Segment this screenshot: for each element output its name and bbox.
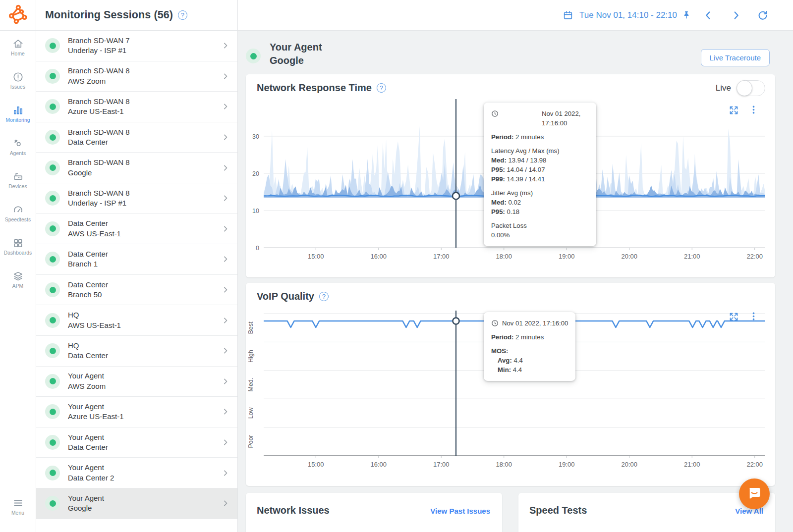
svg-text:Med.: Med. <box>247 378 254 392</box>
chevron-right-icon <box>221 498 230 508</box>
sidebar-item-menu[interactable]: Menu <box>0 495 36 517</box>
svg-text:18:00: 18:00 <box>496 253 512 260</box>
svg-text:22:00: 22:00 <box>746 253 763 260</box>
list-item[interactable]: Your AgentData Center 2 <box>36 458 237 488</box>
chevron-right-icon <box>221 163 230 173</box>
tooltip-row: P99: 14.39 / 14.41 <box>491 174 589 184</box>
tooltip-row: Avg: 4.4 <box>491 356 568 365</box>
speed-tests-title: Speed Tests <box>529 505 587 516</box>
sidebar-item-devices[interactable]: Devices <box>0 169 36 191</box>
date-range-toolbar: Tue Nov 01, 14:10 - 22:10 <box>238 0 793 31</box>
sidebar-item-agents[interactable]: Agents <box>0 136 36 158</box>
tooltip-row: P95: 14.04 / 14.07 <box>491 165 589 174</box>
refresh-icon[interactable] <box>757 10 768 21</box>
status-up-icon <box>45 313 60 328</box>
list-item[interactable]: Branch SD-WAN 8Data Center <box>36 122 237 153</box>
sidebar-item-monitoring[interactable]: Monitoring <box>0 103 36 124</box>
chat-launcher-button[interactable] <box>739 479 770 509</box>
list-item[interactable]: Branch SD-WAN 7Underlay - ISP #1 <box>36 31 237 61</box>
sidebar-item-speedtests[interactable]: Speedtests <box>0 202 36 224</box>
chevron-right-icon[interactable] <box>731 10 741 21</box>
calendar-icon[interactable] <box>563 10 573 21</box>
live-toggle[interactable] <box>736 80 765 96</box>
voip-card-title: VoIP Quality ? <box>257 291 329 302</box>
list-item[interactable]: HQData Center <box>36 336 237 367</box>
app-window: Monitoring Sessions (56) ? Tue Nov 01, 1… <box>0 0 793 532</box>
kebab-menu-icon[interactable] <box>748 311 759 321</box>
list-item[interactable]: Your AgentAWS Zoom <box>36 367 237 397</box>
list-item[interactable]: Your AgentGoogle <box>36 488 237 519</box>
expand-icon[interactable] <box>729 105 739 115</box>
expand-icon[interactable] <box>729 312 739 322</box>
sidebar-item-dashboards[interactable]: Dashboards <box>0 235 36 257</box>
clock-icon <box>491 109 538 117</box>
devices-icon <box>12 171 24 182</box>
list-item[interactable]: Data CenterAWS US-East-1 <box>36 214 237 245</box>
svg-text:19:00: 19:00 <box>559 461 575 468</box>
tooltip-row: Latency Avg / Max (ms) <box>491 146 589 156</box>
tooltip-row: Min: 4.4 <box>491 365 568 374</box>
list-item[interactable]: Data CenterBranch 1 <box>36 244 237 275</box>
tooltip-row: Packet Loss <box>491 221 589 230</box>
chart-cursor-marker <box>453 318 459 324</box>
help-icon[interactable]: ? <box>178 10 187 20</box>
sidebar-item-label: Monitoring <box>5 117 30 123</box>
agents-icon <box>12 138 24 149</box>
view-past-issues-link[interactable]: View Past Issues <box>430 507 490 515</box>
svg-text:0: 0 <box>256 245 259 252</box>
status-up-icon <box>45 38 60 53</box>
sessions-list: Branch SD-WAN 7Underlay - ISP #1Branch S… <box>36 31 238 532</box>
list-item[interactable]: Branch SD-WAN 8Underlay - ISP #1 <box>36 183 237 214</box>
sidebar-item-apm[interactable]: APM <box>0 268 36 290</box>
help-icon[interactable]: ? <box>377 83 386 93</box>
nrt-tooltip: Nov 01 2022, 17:16:00Period: 2 minutesLa… <box>484 103 596 246</box>
session-labels: Data CenterBranch 50 <box>68 280 221 300</box>
speed-tests-card: Speed Tests View All <box>518 493 775 532</box>
list-item[interactable]: HQAWS US-East-1 <box>36 305 237 336</box>
status-up-icon <box>45 252 60 266</box>
sidebar-item-label: Dashboards <box>4 250 32 256</box>
sidebar-item-home[interactable]: Home <box>0 36 36 58</box>
agent-title-line1: Your Agent <box>270 41 322 54</box>
list-item[interactable]: Data CenterBranch 50 <box>36 275 237 306</box>
tooltip-row: P95: 0.18 <box>491 207 589 216</box>
list-item[interactable]: Your AgentData Center <box>36 427 237 458</box>
nav-rail: HomeIssuesMonitoringAgentsDevicesSpeedte… <box>0 31 36 532</box>
session-labels: Your AgentAzure US-East-1 <box>68 402 221 422</box>
list-item[interactable]: Branch SD-WAN 8Azure US-East-1 <box>36 92 237 122</box>
tooltip-row: Jitter Avg (ms) <box>491 188 589 198</box>
session-labels: Branch SD-WAN 7Underlay - ISP #1 <box>68 36 221 56</box>
network-issues-card: Network Issues View Past Issues <box>246 493 502 532</box>
voip-card-title-text: VoIP Quality <box>257 291 314 302</box>
chevron-left-icon[interactable] <box>703 10 714 21</box>
status-up-icon <box>45 282 60 297</box>
list-item[interactable]: Branch SD-WAN 8Google <box>36 153 237 183</box>
svg-text:17:00: 17:00 <box>433 253 450 260</box>
session-labels: Branch SD-WAN 8Data Center <box>68 127 221 148</box>
tooltip-row: 0.00% <box>491 230 589 240</box>
network-response-time-card: Network Response Time ? Live 010203015:0… <box>246 74 775 277</box>
tooltip-row: MOS: <box>491 346 568 356</box>
svg-text:21:00: 21:00 <box>684 253 700 260</box>
date-range-label[interactable]: Tue Nov 01, 14:10 - 22:10 <box>579 10 677 20</box>
chevron-right-icon <box>221 102 230 111</box>
app-logo[interactable] <box>0 0 36 31</box>
list-item[interactable]: Branch SD-WAN 8AWS Zoom <box>36 61 237 92</box>
sidebar-item-label: Menu <box>11 510 24 516</box>
session-labels: Data CenterAWS US-East-1 <box>68 218 221 239</box>
sidebar-item-issues[interactable]: Issues <box>0 69 36 91</box>
svg-text:22:00: 22:00 <box>746 461 763 468</box>
status-up-icon <box>45 374 60 389</box>
live-traceroute-button[interactable]: Live Traceroute <box>701 49 770 66</box>
session-labels: Data CenterBranch 1 <box>68 249 221 269</box>
status-up-icon <box>45 191 60 206</box>
list-item[interactable]: Your AgentAzure US-East-1 <box>36 397 237 427</box>
tooltip-row: Med: 0.02 <box>491 198 589 207</box>
status-up-icon <box>45 69 60 84</box>
help-icon[interactable]: ? <box>319 292 329 301</box>
pin-icon[interactable] <box>681 10 692 21</box>
chevron-right-icon <box>221 193 230 203</box>
session-labels: Your AgentAWS Zoom <box>68 371 221 391</box>
kebab-menu-icon[interactable] <box>748 105 759 115</box>
svg-text:20: 20 <box>252 170 259 177</box>
